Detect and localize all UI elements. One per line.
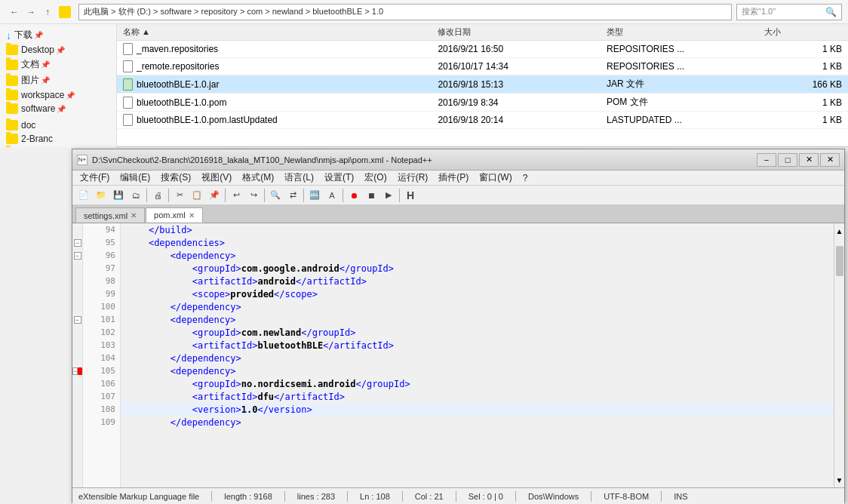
menu-item[interactable]: 插件(P) [434, 171, 473, 185]
col-type[interactable]: 类型 [601, 24, 758, 41]
file-row[interactable]: _maven.repositories 2016/9/21 16:50 REPO… [117, 41, 848, 58]
code-line[interactable]: <artifactId>android</artifactId> [121, 275, 834, 287]
code-line[interactable]: <dependency> [121, 249, 834, 262]
menu-item[interactable]: 格式(M) [238, 171, 278, 185]
address-bar[interactable]: 此电脑 > 软件 (D:) > software > repository > … [78, 4, 732, 20]
find-button[interactable]: 🔍 [267, 187, 284, 204]
file-row[interactable]: _remote.repositories 2016/10/17 14:34 RE… [117, 58, 848, 75]
save-button[interactable]: 💾 [110, 187, 127, 204]
tab-settings[interactable]: settings.xml ✕ [75, 207, 145, 223]
code-line[interactable]: <artifactId>dfu</artifactId> [121, 390, 834, 403]
toolbar-sep-6 [343, 189, 343, 202]
menu-item[interactable]: 语言(L) [280, 171, 318, 185]
replace-button[interactable]: ⇄ [284, 187, 301, 204]
print-button[interactable]: 🖨 [149, 187, 166, 204]
col-name[interactable]: 名称 ▲ [117, 24, 432, 41]
sidebar-item-2branch[interactable]: 2-Branc [0, 132, 116, 146]
line-number: 102 [83, 326, 120, 339]
code-line[interactable]: <scope>provided</scope> [121, 287, 834, 300]
code-line[interactable]: <dependencies> [121, 236, 834, 249]
menu-item[interactable]: 视图(V) [197, 171, 236, 185]
maximize-button[interactable]: □ [778, 153, 797, 167]
fold-marker[interactable]: − [72, 313, 82, 326]
code-line[interactable]: </build> [121, 223, 834, 236]
menu-item[interactable]: 宏(O) [360, 171, 391, 185]
close-button[interactable]: ✕ [799, 153, 819, 167]
folder-icon [6, 120, 18, 131]
sidebar-item-software[interactable]: software 📌 [0, 102, 116, 115]
menu-item[interactable]: 窗口(W) [475, 171, 516, 185]
sidebar-item-doc[interactable]: doc [0, 118, 116, 132]
tab-settings-close[interactable]: ✕ [131, 211, 137, 220]
copy-button[interactable]: 📋 [189, 187, 205, 204]
vertical-scrollbar[interactable]: ▲ ▼ [834, 223, 844, 487]
menu-item[interactable]: 运行(R) [393, 171, 433, 185]
sidebar-item-download[interactable]: ↓ 下载 📌 [0, 27, 116, 43]
save-all-button[interactable]: 🗂 [128, 187, 144, 204]
redo-button[interactable]: ↪ [245, 187, 262, 204]
forward-button[interactable]: → [23, 5, 38, 20]
open-button[interactable]: 📁 [93, 187, 109, 204]
sidebar-item-docs[interactable]: 文档 📌 [0, 57, 116, 72]
editor-container: −−−− 94959697989910010110210310410510610… [72, 223, 844, 487]
file-row[interactable]: bluetoothBLE-1.0.pom.lastUpdated 2016/9/… [117, 112, 848, 129]
line-number: 104 [83, 352, 120, 364]
x-button[interactable]: ✕ [820, 153, 840, 167]
search-bar[interactable]: 搜索"1.0" 🔍 [736, 4, 842, 20]
code-line[interactable]: <version>1.0</version> [121, 403, 834, 416]
scrollbar-up-arrow[interactable]: ▲ [836, 223, 843, 238]
sidebar-item-workspace[interactable]: workspace 📌 [0, 88, 116, 102]
up-button[interactable]: ↑ [40, 5, 55, 20]
fold-marker [72, 352, 82, 364]
tab-pom-close[interactable]: ✕ [189, 211, 195, 220]
undo-button[interactable]: ↩ [228, 187, 244, 204]
file-icon [123, 97, 133, 109]
tab-pom[interactable]: pom.xml ✕ [146, 207, 203, 223]
cut-button[interactable]: ✂ [171, 187, 188, 204]
scrollbar-down-arrow[interactable]: ▼ [836, 472, 843, 487]
code-line[interactable]: <groupId>no.nordicsemi.android</groupId> [121, 377, 834, 390]
file-name-cell: _remote.repositories [123, 60, 426, 72]
status-lines: lines : 283 [297, 492, 335, 501]
minimize-button[interactable]: − [757, 153, 776, 167]
code-line[interactable]: </dependency> [121, 300, 834, 313]
col-date[interactable]: 修改日期 [432, 24, 601, 41]
file-row[interactable]: bluetoothBLE-1.0.jar 2016/9/18 15:13 JAR… [117, 75, 848, 94]
new-button[interactable]: 📄 [75, 187, 92, 204]
macro-record-button[interactable]: ⏺ [346, 187, 362, 204]
file-type: POM 文件 [601, 94, 758, 112]
menu-item[interactable]: 编辑(E) [115, 171, 155, 185]
sidebar-item-appdir[interactable]: appDir [0, 146, 116, 147]
menu-item[interactable]: 设置(T) [320, 171, 358, 185]
scrollbar-track[interactable] [836, 238, 843, 472]
code-line[interactable]: </dependency> [121, 352, 834, 364]
menu-item[interactable]: ? [518, 172, 533, 184]
fold-marker[interactable]: − [72, 249, 82, 262]
toggle-bookmark[interactable]: H [402, 187, 419, 204]
menu-item[interactable]: 文件(F) [75, 171, 114, 185]
file-row[interactable]: bluetoothBLE-1.0.pom 2016/9/19 8:34 POM … [117, 94, 848, 112]
sidebar-item-desktop[interactable]: Desktop 📌 [0, 43, 116, 57]
macro-stop-button[interactable]: ⏹ [363, 187, 379, 204]
file-size: 1 KB [758, 58, 848, 75]
code-line[interactable]: <groupId>com.google.android</groupId> [121, 262, 834, 275]
code-area[interactable]: </build> <dependencies> <dependency> <gr… [121, 223, 834, 487]
macro-play-button[interactable]: ▶ [380, 187, 397, 204]
line-number: 95 [83, 236, 120, 249]
zoom-in-button[interactable]: 🔤 [306, 187, 323, 204]
menu-item[interactable]: 搜索(S) [156, 171, 195, 185]
scrollbar-thumb[interactable] [836, 246, 843, 276]
col-size[interactable]: 大小 [758, 24, 848, 41]
fold-marker[interactable]: − [72, 236, 82, 249]
code-line[interactable]: <dependency> [121, 313, 834, 326]
zoom-out-button[interactable]: A [324, 187, 340, 204]
code-line[interactable]: </dependency> [121, 416, 834, 429]
code-line[interactable]: <artifactId>bluetoothBLE</artifactId> [121, 339, 834, 352]
code-line[interactable]: <dependency> [121, 364, 834, 377]
back-button[interactable]: ← [7, 5, 22, 20]
paste-button[interactable]: 📌 [206, 187, 223, 204]
code-line[interactable]: <groupId>com.newland</groupId> [121, 326, 834, 339]
fold-marker[interactable]: − [72, 364, 82, 377]
sidebar-item-pictures[interactable]: 图片 📌 [0, 72, 116, 88]
notepad-titlebar: N+ D:\SvnCheckout\2-Branch\2016918_lakal… [72, 149, 844, 171]
